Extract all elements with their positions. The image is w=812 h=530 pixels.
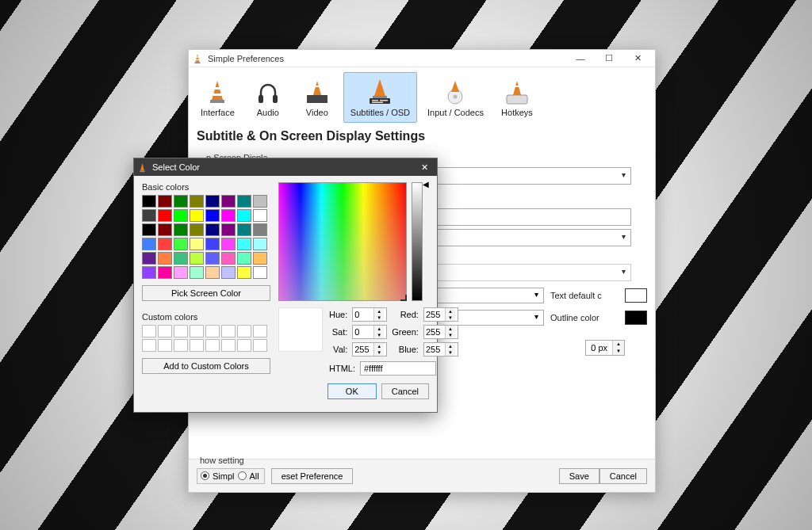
val-input[interactable] <box>353 345 373 354</box>
basic-color-swatch[interactable] <box>142 223 156 236</box>
radio-simple[interactable] <box>201 471 209 480</box>
color-dialog-titlebar[interactable]: Select Color ✕ <box>134 158 437 176</box>
basic-color-swatch[interactable] <box>221 209 236 222</box>
custom-color-slot[interactable] <box>174 339 188 352</box>
basic-color-swatch[interactable] <box>190 195 204 208</box>
custom-color-slot[interactable] <box>158 339 172 352</box>
color-cancel-button[interactable]: Cancel <box>381 383 429 399</box>
custom-color-slot[interactable] <box>190 339 204 352</box>
custom-color-slot[interactable] <box>253 325 267 337</box>
spinner-down[interactable]: ▼ <box>613 348 624 355</box>
basic-color-swatch[interactable] <box>174 195 188 208</box>
color-spectrum[interactable] <box>278 182 407 301</box>
basic-color-swatch[interactable] <box>158 266 172 279</box>
custom-color-slot[interactable] <box>237 325 251 337</box>
green-input[interactable] <box>424 327 445 337</box>
tab-input-codecs[interactable]: Input / Codecs <box>420 72 491 123</box>
basic-color-swatch[interactable] <box>190 266 204 279</box>
custom-color-slot[interactable] <box>142 325 156 337</box>
basic-color-swatch[interactable] <box>237 238 251 250</box>
reset-preferences-button[interactable]: eset Preference <box>271 468 354 484</box>
color-dialog-close-icon[interactable]: ✕ <box>415 162 434 173</box>
radio-all[interactable] <box>238 471 247 480</box>
pick-screen-color-button[interactable]: Pick Screen Color <box>142 285 270 301</box>
outline-color-swatch[interactable] <box>625 311 647 325</box>
tab-hotkeys[interactable]: Hotkeys <box>494 72 540 123</box>
custom-color-slot[interactable] <box>253 339 267 352</box>
blue-input[interactable] <box>424 345 445 354</box>
basic-color-swatch[interactable] <box>158 209 172 222</box>
basic-color-swatch[interactable] <box>237 223 251 236</box>
basic-color-swatch[interactable] <box>174 209 188 222</box>
sat-spinner[interactable]: ▲▼ <box>352 325 387 339</box>
basic-color-swatch[interactable] <box>158 195 172 208</box>
add-to-custom-colors-button[interactable]: Add to Custom Colors <box>142 358 270 374</box>
basic-color-swatch[interactable] <box>221 195 236 208</box>
basic-color-swatch[interactable] <box>237 266 251 279</box>
tab-audio[interactable]: Audio <box>245 72 291 123</box>
custom-color-slot[interactable] <box>221 339 236 352</box>
basic-color-swatch[interactable] <box>253 209 267 222</box>
html-color-input[interactable] <box>360 361 436 376</box>
basic-color-swatch[interactable] <box>221 238 236 250</box>
basic-color-swatch[interactable] <box>205 195 220 208</box>
basic-color-swatch[interactable] <box>253 266 267 279</box>
minimize-button[interactable]: — <box>566 50 595 67</box>
red-spinner[interactable]: ▲▼ <box>423 307 458 322</box>
basic-color-swatch[interactable] <box>253 223 267 236</box>
custom-color-slot[interactable] <box>142 339 156 352</box>
maximize-button[interactable]: ☐ <box>595 50 623 67</box>
custom-color-slot[interactable] <box>205 325 220 337</box>
hue-input[interactable] <box>353 310 373 319</box>
val-spinner[interactable]: ▲▼ <box>352 342 387 357</box>
basic-color-swatch[interactable] <box>237 209 251 222</box>
basic-color-swatch[interactable] <box>205 266 220 279</box>
basic-color-swatch[interactable] <box>221 252 236 265</box>
basic-color-swatch[interactable] <box>190 223 204 236</box>
value-slider[interactable]: ◀ <box>412 182 423 301</box>
preferences-titlebar[interactable]: Simple Preferences — ☐ ✕ <box>189 50 655 67</box>
blue-spinner[interactable]: ▲▼ <box>423 342 458 357</box>
custom-color-slot[interactable] <box>174 325 188 337</box>
close-button[interactable]: ✕ <box>623 50 652 67</box>
tab-interface[interactable]: Interface <box>193 72 242 123</box>
basic-color-swatch[interactable] <box>205 209 220 222</box>
cancel-button[interactable]: Cancel <box>599 468 647 484</box>
basic-color-swatch[interactable] <box>142 238 156 250</box>
basic-color-swatch[interactable] <box>253 195 267 208</box>
color-ok-button[interactable]: OK <box>327 383 377 399</box>
basic-color-swatch[interactable] <box>205 238 220 250</box>
basic-color-swatch[interactable] <box>142 266 156 279</box>
tab-video[interactable]: Video <box>294 72 340 123</box>
basic-color-swatch[interactable] <box>205 252 220 265</box>
basic-color-swatch[interactable] <box>205 223 220 236</box>
basic-color-swatch[interactable] <box>158 238 172 250</box>
basic-color-swatch[interactable] <box>174 252 188 265</box>
basic-color-swatch[interactable] <box>158 223 172 236</box>
custom-color-slot[interactable] <box>221 325 236 337</box>
basic-color-swatch[interactable] <box>190 252 204 265</box>
basic-color-swatch[interactable] <box>237 195 251 208</box>
basic-color-swatch[interactable] <box>158 252 172 265</box>
basic-color-swatch[interactable] <box>174 266 188 279</box>
custom-color-slot[interactable] <box>205 339 220 352</box>
basic-color-swatch[interactable] <box>253 252 267 265</box>
shadow-offset-spinner[interactable]: 0 px ▲▼ <box>585 340 625 356</box>
basic-color-swatch[interactable] <box>190 209 204 222</box>
red-input[interactable] <box>424 310 445 319</box>
custom-color-slot[interactable] <box>190 325 204 337</box>
custom-color-slot[interactable] <box>158 325 172 337</box>
basic-color-swatch[interactable] <box>190 238 204 250</box>
text-color-swatch[interactable] <box>625 288 647 303</box>
basic-color-swatch[interactable] <box>142 209 156 222</box>
basic-color-swatch[interactable] <box>174 238 188 250</box>
save-button[interactable]: Save <box>559 468 599 484</box>
basic-color-swatch[interactable] <box>221 223 236 236</box>
sat-input[interactable] <box>353 327 373 337</box>
basic-color-swatch[interactable] <box>142 195 156 208</box>
basic-color-swatch[interactable] <box>221 266 236 279</box>
custom-color-slot[interactable] <box>237 339 251 352</box>
basic-color-swatch[interactable] <box>253 238 267 250</box>
basic-color-swatch[interactable] <box>142 252 156 265</box>
spinner-up[interactable]: ▲ <box>613 341 624 348</box>
